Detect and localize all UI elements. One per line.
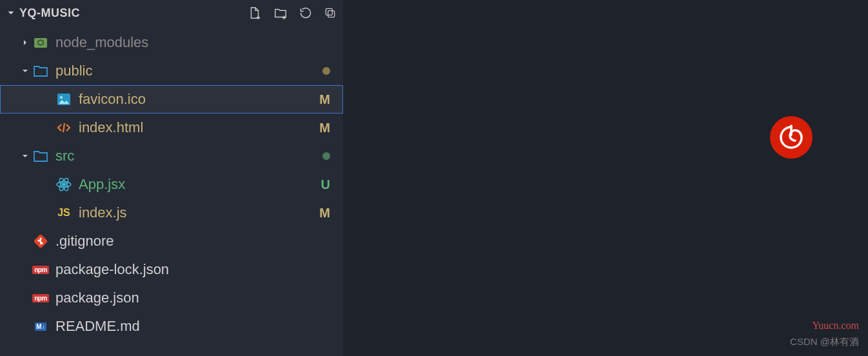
file-label: index.js [79, 204, 319, 221]
untracked-dot-icon [322, 152, 330, 160]
tree-item-gitignore[interactable]: .gitignore [0, 227, 343, 255]
git-file-icon [32, 233, 49, 250]
watermark-author: CSDN @林有酒 [790, 336, 859, 348]
git-status-badge: U [321, 177, 330, 192]
svg-point-12 [41, 242, 43, 244]
explorer-actions [248, 6, 337, 20]
project-name: YQ-MUSIC [19, 6, 80, 20]
svg-point-4 [60, 96, 63, 99]
new-folder-icon[interactable] [273, 6, 288, 20]
svg-rect-1 [328, 11, 335, 17]
file-label: README.md [55, 318, 330, 335]
git-status-badge: M [319, 206, 330, 221]
netease-logo-icon [770, 116, 813, 159]
chevron-down-icon [18, 66, 32, 76]
file-label: .gitignore [55, 233, 330, 250]
chevron-right-icon [18, 37, 32, 48]
tree-item-app-jsx[interactable]: App.jsx U [0, 170, 343, 199]
git-status-badge: M [319, 121, 330, 135]
markdown-file-icon: M↓ [32, 318, 49, 335]
tree-item-readme[interactable]: M↓ README.md [0, 312, 343, 341]
file-label: package-lock.json [55, 261, 330, 278]
svg-point-10 [39, 237, 41, 239]
project-root[interactable]: YQ-MUSIC [5, 6, 248, 20]
editor-area: Yuucn.com CSDN @林有酒 [343, 0, 868, 356]
modified-dot-icon [322, 67, 330, 75]
svg-point-5 [63, 183, 65, 186]
npm-file-icon: npm [32, 261, 49, 278]
file-tree: node_modules public favicon.ico M [0, 26, 343, 356]
nodejs-folder-icon [32, 34, 49, 51]
chevron-down-icon [18, 151, 32, 161]
collapse-all-icon[interactable] [324, 6, 337, 19]
svg-point-11 [37, 239, 39, 241]
tree-item-index-html[interactable]: index.html M [0, 114, 343, 142]
file-label: package.json [55, 290, 330, 306]
file-label: public [55, 63, 322, 79]
refresh-icon[interactable] [299, 6, 312, 19]
svg-rect-2 [34, 38, 47, 48]
file-label: node_modules [55, 34, 330, 51]
file-label: src [55, 148, 322, 164]
chevron-down-icon [5, 7, 17, 19]
tree-item-src[interactable]: src [0, 142, 343, 170]
file-label: index.html [79, 119, 319, 136]
file-label: favicon.ico [79, 91, 319, 108]
folder-open-icon [32, 148, 49, 164]
git-status-badge: M [319, 92, 330, 107]
new-file-icon[interactable] [248, 6, 262, 20]
js-file-icon: JS [55, 204, 72, 221]
explorer-sidebar: YQ-MUSIC node_modules [0, 0, 343, 356]
tree-item-node-modules[interactable]: node_modules [0, 28, 343, 57]
react-file-icon [55, 176, 72, 193]
tree-item-package-lock[interactable]: npm package-lock.json [0, 255, 343, 284]
tree-item-index-js[interactable]: JS index.js M [0, 199, 343, 227]
watermark-site: Yuucn.com [813, 320, 859, 331]
tree-item-public[interactable]: public [0, 57, 343, 85]
image-file-icon [55, 91, 72, 108]
folder-open-icon [32, 63, 49, 79]
tree-item-favicon[interactable]: favicon.ico M [0, 85, 343, 114]
npm-file-icon: npm [32, 290, 49, 306]
tree-item-package-json[interactable]: npm package.json [0, 284, 343, 312]
explorer-header: YQ-MUSIC [0, 0, 343, 26]
html-file-icon [55, 119, 72, 136]
svg-rect-0 [326, 8, 332, 15]
file-label: App.jsx [79, 176, 321, 193]
